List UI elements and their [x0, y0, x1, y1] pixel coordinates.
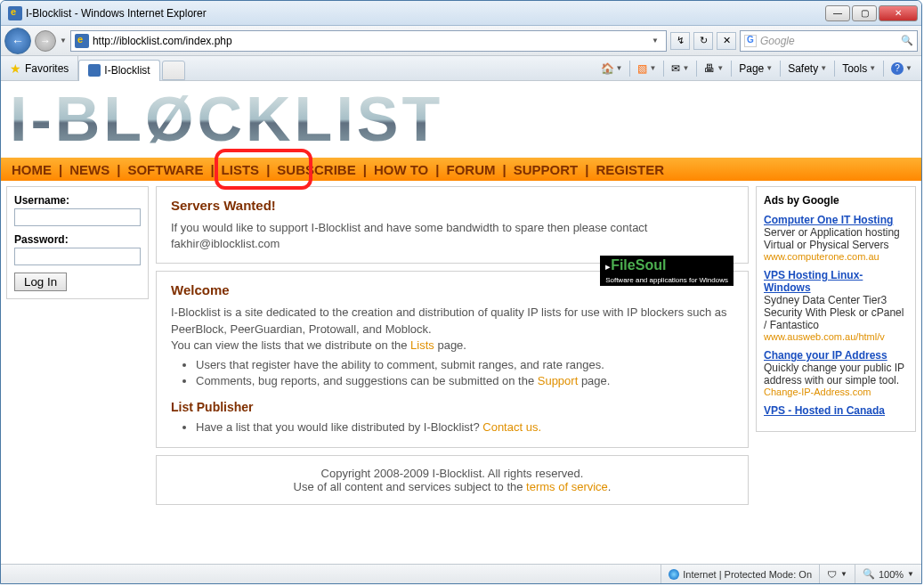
favorites-label: Favorites — [25, 62, 69, 75]
login-panel: Username: Password: Log In — [6, 186, 149, 299]
ad-item: VPS Hosting Linux-Windows Sydney Data Ce… — [764, 269, 908, 342]
welcome-text1: I-Blocklist is a site dedicated to the c… — [171, 305, 734, 337]
nav-howto[interactable]: HOW TO — [374, 162, 428, 177]
tabs-toolbar: ★ Favorites I-Blocklist 🏠▼ ▧▼ ✉▼ 🖶▼ Page… — [1, 56, 921, 81]
servers-heading: Servers Wanted! — [171, 198, 734, 213]
address-bar[interactable]: ▼ — [70, 30, 667, 52]
ad-link[interactable]: Computer One IT Hosting — [764, 214, 908, 226]
globe-icon — [669, 569, 679, 580]
footer-panel: Copyright 2008-2009 I-Blocklist. All rig… — [156, 455, 749, 505]
home-button[interactable]: 🏠▼ — [597, 59, 627, 78]
ad-item: Computer One IT Hosting Server or Applic… — [764, 214, 908, 262]
tab-favicon — [88, 64, 101, 77]
status-security[interactable]: 🛡▼ — [819, 565, 855, 583]
close-button[interactable]: ✕ — [879, 5, 918, 21]
window-title: I-Blocklist - Windows Internet Explorer — [26, 7, 825, 20]
search-go-icon[interactable]: 🔍 — [901, 35, 913, 46]
site-nav: HOME| NEWS| SOFTWARE| LISTS| SUBSCRIBE| … — [1, 158, 921, 181]
feeds-button[interactable]: ▧▼ — [634, 59, 660, 78]
password-label: Password: — [14, 233, 141, 246]
ads-panel: Ads by Google Computer One IT Hosting Se… — [756, 186, 916, 432]
search-input[interactable] — [760, 35, 901, 47]
ad-item: VPS - Hosted in Canada — [764, 404, 908, 417]
search-box[interactable]: 🔍 — [740, 30, 918, 52]
password-input[interactable] — [14, 248, 141, 265]
ad-link[interactable]: Change your IP Address — [764, 349, 908, 362]
ads-header: Ads by Google — [764, 194, 908, 207]
viewport: I-BLØCKLIST HOME| NEWS| SOFTWARE| LISTS|… — [1, 81, 921, 564]
username-input[interactable] — [14, 208, 141, 226]
publisher-heading: List Publisher — [171, 400, 734, 414]
nav-toolbar: ← → ▼ ▼ ↯ ↻ ✕ 🔍 — [1, 26, 921, 56]
window-titlebar: I-Blocklist - Windows Internet Explorer … — [1, 1, 921, 26]
nav-lists[interactable]: LISTS — [222, 162, 260, 177]
tools-menu[interactable]: Tools▼ — [839, 59, 879, 78]
site-favicon — [75, 34, 89, 48]
ad-link[interactable]: VPS Hosting Linux-Windows — [764, 269, 908, 294]
mail-button[interactable]: ✉▼ — [668, 59, 693, 78]
support-link[interactable]: Support — [538, 374, 579, 387]
safety-menu[interactable]: Safety▼ — [784, 59, 831, 78]
tab-title: I-Blocklist — [104, 64, 150, 77]
page-menu[interactable]: Page▼ — [735, 59, 776, 78]
nav-news[interactable]: NEWS — [69, 162, 109, 177]
back-button[interactable]: ← — [4, 28, 31, 54]
new-tab-button[interactable] — [162, 61, 185, 80]
servers-body: If you would like to support I-Blocklist… — [171, 220, 734, 252]
lists-link[interactable]: Lists — [410, 338, 434, 352]
nav-subscribe[interactable]: SUBSCRIBE — [277, 162, 355, 177]
minimize-button[interactable]: — — [825, 5, 850, 21]
welcome-bullet1: Users that register have the ability to … — [196, 357, 734, 373]
zoom-control[interactable]: 🔍 100% ▼ — [855, 565, 921, 583]
tos-link[interactable]: terms of service — [526, 480, 608, 493]
status-bar: Internet | Protected Mode: On 🛡▼ 🔍 100% … — [1, 564, 921, 583]
print-button[interactable]: 🖶▼ — [701, 59, 727, 78]
forward-button[interactable]: → — [35, 30, 56, 52]
contact-link[interactable]: Contact us. — [482, 420, 541, 434]
nav-forum[interactable]: FORUM — [446, 162, 495, 177]
site-logo: I-BLØCKLIST — [1, 81, 921, 158]
ad-link[interactable]: VPS - Hosted in Canada — [764, 404, 908, 417]
nav-software[interactable]: SOFTWARE — [127, 162, 203, 177]
help-button[interactable]: ?▼ — [888, 59, 916, 78]
username-label: Username: — [14, 194, 141, 207]
filesoul-badge[interactable]: ▸FileSoul Software and applications for … — [600, 256, 734, 286]
compat-view-icon[interactable]: ↯ — [670, 32, 690, 50]
google-icon — [744, 35, 757, 47]
login-button[interactable]: Log In — [14, 273, 67, 291]
nav-home[interactable]: HOME — [12, 162, 52, 177]
refresh-button[interactable]: ↻ — [693, 32, 713, 50]
url-input[interactable] — [93, 35, 648, 47]
star-icon: ★ — [10, 61, 21, 76]
maximize-button[interactable]: ▢ — [852, 5, 877, 21]
stop-button[interactable]: ✕ — [717, 32, 736, 50]
browser-tab[interactable]: I-Blocklist — [78, 60, 159, 81]
ie-favicon — [8, 6, 22, 20]
welcome-panel: ▸FileSoul Software and applications for … — [156, 271, 749, 447]
ad-item: Change your IP Address Quickly change yo… — [764, 349, 908, 397]
servers-panel: Servers Wanted! If you would like to sup… — [156, 186, 749, 264]
status-zone: Internet | Protected Mode: On — [661, 565, 819, 583]
nav-support[interactable]: SUPPORT — [514, 162, 579, 177]
nav-register[interactable]: REGISTER — [596, 162, 664, 177]
favorites-button[interactable]: ★ Favorites — [1, 56, 78, 80]
